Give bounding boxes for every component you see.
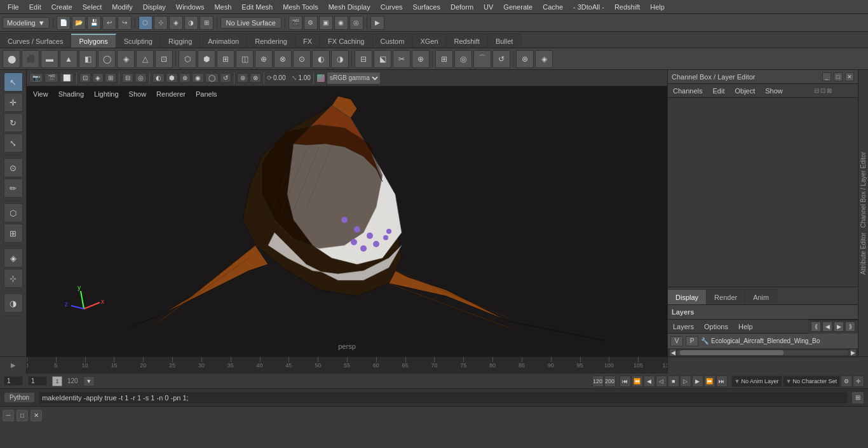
menu-mesh[interactable]: Mesh [209, 2, 236, 12]
layer-menu-layers[interactable]: Layers [668, 322, 699, 332]
tab-rigging[interactable]: Rigging [161, 34, 200, 48]
menu-help[interactable]: Help [645, 2, 670, 12]
window-maximize-btn[interactable]: □ [17, 410, 28, 421]
play-back-btn[interactable]: ◁ [656, 376, 667, 387]
last-tool[interactable]: ◈ [4, 248, 23, 268]
layer-playback-p[interactable]: P [686, 336, 698, 346]
window-close-btn[interactable]: ✕ [31, 410, 42, 421]
vp-film-btn[interactable]: 🎬 [44, 73, 58, 83]
layer-nav-first[interactable]: ⟪ [811, 322, 821, 332]
lasso-select[interactable]: ⊹ [4, 269, 23, 288]
step-forward-btn[interactable]: ⏩ [704, 376, 715, 387]
tab-bullet[interactable]: Bullet [488, 34, 522, 48]
tab-custom[interactable]: Custom [373, 34, 413, 48]
tab-sculpting[interactable]: Sculpting [116, 34, 161, 48]
pyramid-icon[interactable]: △ [136, 50, 154, 68]
viewport-content[interactable]: View Shading Lighting Show Renderer Pane… [27, 86, 667, 356]
plane-icon[interactable]: ◧ [79, 50, 97, 68]
edge-icon[interactable]: ⬢ [198, 50, 215, 68]
separate-icon[interactable]: ⊗ [274, 50, 292, 68]
layer-visibility-v[interactable]: V [670, 336, 683, 346]
play-forward-btn[interactable]: ▷ [680, 376, 691, 387]
timeline-ruler[interactable]: 0510152025303540455055606570758085909510… [27, 357, 667, 374]
extra-btn[interactable]: ▶ [370, 16, 384, 30]
go-start-btn[interactable]: ⏮ [620, 376, 631, 387]
layer-nav-next[interactable]: ▶ [834, 322, 844, 332]
window-minimize-btn[interactable]: ─ [3, 410, 14, 421]
cb-resize-btn[interactable]: □ [834, 72, 843, 81]
paint-effects[interactable]: ✏ [4, 179, 23, 198]
vp-hud-btn[interactable]: ⊛ [237, 73, 248, 83]
ik-icon[interactable]: ◈ [535, 50, 553, 68]
vp-menu-show[interactable]: Show [124, 88, 152, 100]
move-button[interactable]: ✛ [4, 93, 23, 112]
menu-mesh-display[interactable]: Mesh Display [323, 2, 376, 12]
torus-icon[interactable]: ◯ [98, 50, 116, 68]
color-profile-select[interactable]: sRGB gamma [327, 72, 381, 85]
python-mode-button[interactable]: Python [4, 392, 35, 403]
render-settings[interactable]: ⚙ [304, 16, 318, 30]
menu-windows[interactable]: Windows [171, 2, 210, 12]
uv-editor-icon[interactable]: ⊟ [355, 50, 372, 68]
stop-btn[interactable]: ■ [668, 376, 679, 387]
menu-mesh-tools[interactable]: Mesh Tools [278, 2, 323, 12]
open-scene-button[interactable]: 📂 [72, 16, 86, 30]
render-region[interactable]: ◎ [349, 16, 363, 30]
cb-menu-channels[interactable]: Channels [668, 86, 707, 96]
vp-menu-renderer[interactable]: Renderer [151, 88, 191, 100]
menu-file[interactable]: File [3, 2, 24, 12]
combine-icon[interactable]: ⊕ [255, 50, 273, 68]
tab-redshift[interactable]: Redshift [447, 34, 488, 48]
tab-fx-caching[interactable]: FX Caching [320, 34, 372, 48]
menu-display[interactable]: Display [138, 2, 171, 12]
vp-textured-btn[interactable]: ⊞ [105, 73, 116, 83]
cluster-icon[interactable]: ◎ [454, 50, 472, 68]
range-end-btn[interactable]: ▼ [83, 376, 95, 386]
twist-icon[interactable]: ↺ [492, 50, 510, 68]
layer-item[interactable]: V P 🔧 Ecological_Aircraft_Blended_Wing_B… [668, 334, 858, 349]
menu-deform[interactable]: Deform [445, 2, 478, 12]
menu-3dtall[interactable]: - 3DtoAll - [568, 2, 609, 12]
tab-rendering[interactable]: Rendering [247, 34, 295, 48]
vp-grid-btn[interactable]: ⊟ [122, 73, 133, 83]
vtab-channel-box[interactable]: Channel Box / Layer Editor [858, 149, 868, 231]
soft-select-btn[interactable]: ◑ [4, 294, 23, 313]
cb-collapse-btn[interactable]: _ [822, 72, 831, 81]
uv-cut-icon[interactable]: ✂ [393, 50, 410, 68]
next-frame-btn[interactable]: ▶ [692, 376, 703, 387]
menu-redshift[interactable]: Redshift [609, 2, 645, 12]
boolean-icon[interactable]: ⊙ [293, 50, 311, 68]
vp-menu-lighting[interactable]: Lighting [89, 88, 124, 100]
menu-create[interactable]: Create [46, 2, 78, 12]
subdiv-icon[interactable]: ⊞ [217, 50, 234, 68]
command-extra-button[interactable]: ⊞ [851, 391, 864, 404]
component-mode[interactable]: ⬡ [4, 203, 23, 222]
smooth-icon[interactable]: ◐ [312, 50, 330, 68]
mirror-icon[interactable]: ◫ [236, 50, 254, 68]
lattice-icon[interactable]: ⊞ [435, 50, 453, 68]
cb-close-btn[interactable]: ✕ [845, 72, 854, 81]
anim-settings-btn[interactable]: ⚙ [841, 376, 852, 387]
anim-extra-btn[interactable]: ✛ [853, 376, 864, 387]
color-swatch[interactable] [316, 74, 325, 83]
vp-wireframe-btn[interactable]: ⊡ [79, 73, 91, 83]
anim-layer-selector[interactable]: ▼ No Anim Layer [731, 376, 782, 387]
face-icon[interactable]: ⬡ [179, 50, 196, 68]
render-view[interactable]: 🎬 [288, 16, 302, 30]
scroll-right-arrow[interactable]: ▶ [849, 349, 857, 356]
tab-polygons[interactable]: Polygons [71, 34, 116, 48]
vp-shadow-btn[interactable]: ◉ [192, 73, 204, 83]
vp-camera-btn[interactable]: 📷 [29, 73, 43, 83]
cone-icon[interactable]: ▲ [60, 50, 78, 68]
frame-indicator-box[interactable]: 1 [52, 376, 62, 386]
soft-select[interactable]: ◑ [184, 16, 198, 30]
vp-isolate-btn[interactable]: ◐ [153, 73, 165, 83]
frame-start-field[interactable] [4, 376, 23, 386]
vp-shaded-btn[interactable]: ◈ [92, 73, 104, 83]
workspace-selector[interactable]: Modeling ▼ [3, 17, 50, 29]
cb-tab-render[interactable]: Render [707, 289, 745, 304]
cb-menu-show[interactable]: Show [760, 86, 788, 96]
menu-generate[interactable]: Generate [498, 2, 538, 12]
select-button[interactable]: ↖ [4, 72, 23, 92]
menu-modify[interactable]: Modify [107, 2, 137, 12]
